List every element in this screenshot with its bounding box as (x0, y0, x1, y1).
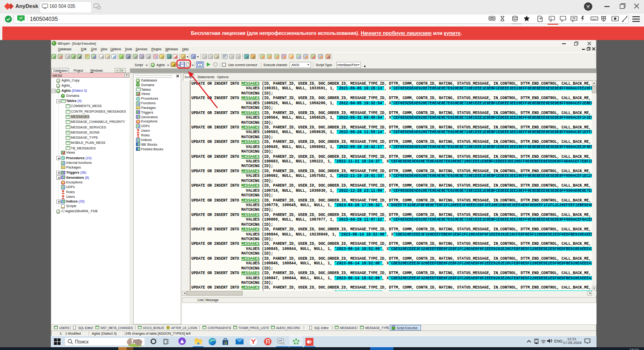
svg-text:1: 1 (550, 17, 552, 20)
